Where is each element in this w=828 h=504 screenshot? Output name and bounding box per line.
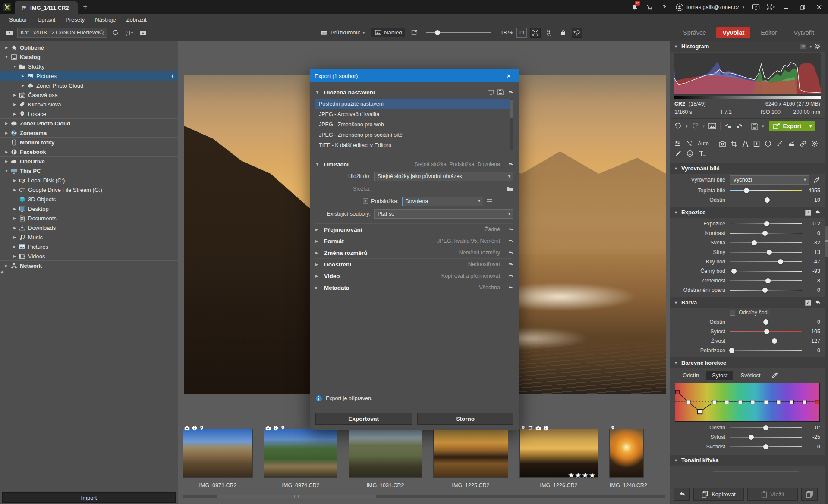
sidebar-item-slo-ky[interactable]: ▼Složky [0, 62, 178, 71]
slider-track[interactable] [730, 252, 802, 253]
slider-knob[interactable] [763, 319, 768, 325]
slider-knob[interactable] [752, 240, 757, 245]
slider-knob[interactable] [763, 444, 768, 449]
preset-item[interactable]: Poslední použité nastavení [315, 99, 513, 109]
chevron-down-icon[interactable]: ▾ [809, 44, 812, 49]
slider-track[interactable] [730, 190, 802, 191]
sidebar-item-katalog[interactable]: ▼Katalog [0, 52, 178, 62]
perspective-icon[interactable] [753, 141, 760, 147]
subfolder-checkbox[interactable]: ✓ [363, 198, 368, 204]
sidebar-item-onedrive[interactable]: ▶OneDrive [0, 157, 178, 166]
guides-icon[interactable] [742, 141, 749, 147]
tree-caret-icon[interactable]: ▼ [3, 55, 9, 59]
zoom-slider[interactable] [426, 32, 491, 33]
slider-knob[interactable] [729, 348, 734, 353]
tree-caret-icon[interactable]: ▶ [12, 226, 18, 230]
thumbnail-image[interactable] [349, 429, 422, 477]
notifications-button[interactable]: 2 [628, 0, 641, 14]
tonal-curve-header[interactable]: ▼ Tonální křivka [670, 455, 825, 466]
sidebar-item-3d-objects[interactable]: 3D Objects [0, 194, 178, 204]
tree-caret-icon[interactable]: ▶ [20, 74, 26, 78]
panel-scrollbar[interactable] [825, 41, 828, 504]
lock-icon[interactable] [558, 28, 568, 38]
filmstrip-thumbnail[interactable]: ★★★★IMG_1226.CR2 [520, 429, 598, 488]
subfolder-menu-icon[interactable] [487, 199, 493, 204]
tree-caret-icon[interactable]: ▶ [12, 93, 18, 97]
thumbnail-image[interactable]: ★★★★ [520, 429, 598, 477]
text-tool-icon[interactable] [699, 150, 706, 157]
slider-track[interactable] [730, 427, 802, 428]
gradient-filter-icon[interactable] [788, 141, 795, 147]
slider-track[interactable] [730, 261, 802, 262]
reorder-arrows-icon[interactable]: ⬍ [171, 74, 174, 78]
document-tab[interactable]: IMG_1411.CR2 [15, 1, 78, 14]
slider-knob[interactable] [763, 425, 768, 430]
wb-preset-dropdown[interactable]: Výchozí ▼ [730, 175, 809, 185]
slider-knob[interactable] [767, 250, 772, 255]
tree-caret-icon[interactable]: ▶ [20, 84, 26, 88]
save-icon[interactable] [751, 123, 758, 130]
module-tab-editor[interactable]: Editor [755, 27, 783, 38]
preset-item[interactable]: JPEG - Zmenšeno pro web [315, 119, 513, 130]
tree-caret-icon[interactable]: ▶ [3, 150, 9, 154]
filmstrip-thumbnail[interactable]: IMG_0974.CR2 [264, 429, 337, 488]
exposure-header[interactable]: ▼ Expozice ✓ [670, 207, 825, 218]
restore-button[interactable] [795, 0, 810, 14]
dialog-section-metadata[interactable]: ▶MetadataVšechna [315, 282, 513, 293]
preset-item[interactable]: JPEG - Zmenšeno pro sociální sítě [315, 130, 513, 140]
exposure-enabled-checkbox[interactable]: ✓ [805, 210, 811, 216]
sidebar-item-downloads[interactable]: ▶Downloads [0, 223, 178, 232]
tree-caret-icon[interactable]: ▼ [3, 169, 9, 173]
filmstrip-scrollbar[interactable] [183, 495, 665, 498]
monitor-switch-button[interactable]: 2 [749, 0, 762, 14]
slider-track[interactable] [730, 341, 802, 341]
slider-track[interactable] [730, 331, 802, 332]
sidebar-item-mobiln-fotky[interactable]: Mobilní fotky [0, 138, 178, 147]
rotate-left-icon[interactable] [724, 123, 732, 129]
histogram-header[interactable]: ▼ Histogram ▾ [670, 41, 825, 52]
slider-knob[interactable] [765, 197, 770, 203]
zoom-slider-knob[interactable] [435, 30, 440, 35]
sidebar-item-local-disk-c-[interactable]: ▶Local Disk (C:) [0, 175, 178, 185]
thumbnail-image[interactable] [264, 429, 337, 477]
save-to-dropdown[interactable]: Stejné složky jako původní obrázek ▼ [374, 172, 513, 181]
tree-caret-icon[interactable]: ▶ [3, 122, 9, 125]
tree-caret-icon[interactable]: ▶ [12, 235, 18, 239]
slider-knob[interactable] [731, 269, 737, 274]
undo-icon[interactable] [674, 488, 690, 501]
zoom-1to1-button[interactable]: 1:1 [516, 28, 527, 38]
undo-icon[interactable] [674, 123, 682, 129]
paste-settings-button[interactable]: Vložit [747, 488, 798, 501]
gear-icon[interactable] [811, 140, 818, 147]
sidebar-item--asov-osa[interactable]: ▶Časová osa [0, 90, 178, 100]
open-external-button[interactable] [409, 27, 420, 38]
chevron-down-icon[interactable]: ▾ [703, 124, 705, 128]
slider-track[interactable] [730, 322, 802, 322]
menu-nástroje[interactable]: Nástroje [90, 16, 120, 24]
minimize-button[interactable] [779, 0, 793, 14]
slider-knob[interactable] [749, 435, 754, 440]
tree-caret-icon[interactable]: ▶ [3, 264, 9, 268]
tree-caret-icon[interactable]: ▶ [12, 103, 18, 106]
slider-track[interactable] [730, 223, 802, 224]
slider-track[interactable] [730, 280, 802, 281]
slider-knob[interactable] [744, 188, 749, 193]
account-menu[interactable]: tomas.galik@zoner.cz ▾ [672, 3, 748, 11]
cc-tab-sytost[interactable]: Sytost [706, 371, 733, 380]
sidebar-item-network[interactable]: ▶Network [0, 261, 178, 270]
copy-settings-button[interactable]: Kopírovat [693, 488, 744, 501]
slider-knob[interactable] [764, 221, 769, 226]
slider-track[interactable] [730, 350, 802, 351]
browse-folder-button[interactable] [506, 186, 513, 192]
slider-knob[interactable] [772, 338, 777, 344]
panel-scrollbar-thumb[interactable] [825, 226, 828, 257]
slider-track[interactable] [730, 446, 802, 447]
sidebar-item-videos[interactable]: ▶Videos [0, 251, 178, 261]
chevron-down-icon[interactable]: ▾ [762, 124, 764, 128]
cc-tab-odstín[interactable]: Odstín [677, 371, 705, 380]
path-input[interactable]: Kat...\2018 12 CANON Fuerteventura [17, 28, 107, 38]
eyedropper-icon[interactable] [771, 372, 778, 379]
filmstrip-thumbnail[interactable]: IMG_0971.CR2 [183, 429, 252, 488]
sidebar-item-desktop[interactable]: ▶Desktop [0, 204, 178, 213]
chevron-down-icon[interactable]: ▼ [806, 122, 815, 130]
